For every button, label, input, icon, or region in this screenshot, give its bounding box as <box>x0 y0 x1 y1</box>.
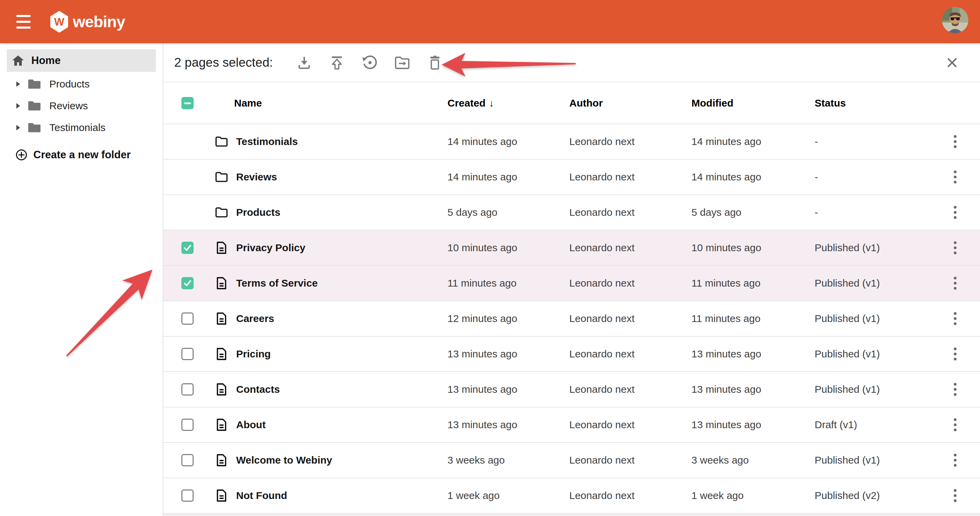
row-name-label: Terms of Service <box>236 277 318 289</box>
table-row[interactable]: About 13 minutes ago Leonardo next 13 mi… <box>163 408 980 443</box>
table-row[interactable]: Welcome to Webiny 3 weeks ago Leonardo n… <box>163 443 980 478</box>
row-actions-kebab-icon[interactable] <box>950 202 960 224</box>
row-status: Published (v1) <box>815 384 930 395</box>
row-created: 10 minutes ago <box>447 242 569 253</box>
table-row[interactable]: Products 5 days ago Leonardo next 5 days… <box>163 195 980 231</box>
row-checkbox[interactable] <box>181 454 194 466</box>
row-actions-kebab-icon[interactable] <box>950 272 960 295</box>
row-actions-kebab-icon[interactable] <box>950 485 960 507</box>
row-author: Leonardo next <box>569 419 692 430</box>
row-checkbox[interactable] <box>181 312 194 325</box>
sidebar-item-home[interactable]: Home <box>7 49 156 72</box>
delete-button[interactable] <box>424 52 446 73</box>
table-row[interactable]: Terms of Service 11 minutes ago Leonardo… <box>163 266 980 301</box>
row-actions-kebab-icon[interactable] <box>950 379 960 401</box>
folder-icon <box>215 171 229 183</box>
expand-caret-icon[interactable] <box>16 103 20 108</box>
sidebar-item-reviews[interactable]: Reviews <box>0 95 163 117</box>
row-name-label: Products <box>236 207 280 218</box>
row-actions-kebab-icon[interactable] <box>950 237 960 259</box>
sidebar-folder-tree: Products Reviews Testimonials <box>0 73 163 139</box>
sort-desc-icon: ↓ <box>489 97 494 108</box>
row-status: - <box>815 207 930 218</box>
hamburger-menu-icon[interactable] <box>16 15 30 29</box>
row-author: Leonardo next <box>569 313 692 324</box>
row-checkbox[interactable] <box>181 419 194 431</box>
row-created: 11 minutes ago <box>447 277 569 289</box>
row-status: Published (v1) <box>815 454 930 466</box>
folder-icon <box>27 122 41 134</box>
row-actions-kebab-icon[interactable] <box>950 343 960 365</box>
row-modified: 11 minutes ago <box>692 277 815 289</box>
row-actions-kebab-icon[interactable] <box>950 166 960 188</box>
column-header-name[interactable]: Name <box>215 97 447 109</box>
toolbar-actions <box>282 52 446 73</box>
download-icon <box>297 55 312 70</box>
row-created: 13 minutes ago <box>447 348 569 360</box>
row-status: Draft (v1) <box>815 419 930 430</box>
table-row[interactable]: Testimonials 14 minutes ago Leonardo nex… <box>163 124 980 160</box>
close-selection-button[interactable] <box>942 53 962 73</box>
column-header-modified[interactable]: Modified <box>692 97 815 109</box>
row-created: 3 weeks ago <box>447 454 569 466</box>
table-row[interactable]: Not Found 1 week ago Leonardo next 1 wee… <box>163 478 980 514</box>
row-modified: 3 weeks ago <box>692 454 815 466</box>
sidebar-item-products[interactable]: Products <box>0 73 163 95</box>
row-name-label: Privacy Policy <box>236 242 305 253</box>
folder-icon <box>215 207 229 218</box>
row-actions-kebab-icon[interactable] <box>950 131 960 153</box>
row-name-label: Careers <box>236 313 274 324</box>
row-checkbox[interactable] <box>181 489 194 502</box>
table-row[interactable]: Contacts 13 minutes ago Leonardo next 13… <box>163 372 980 408</box>
row-status: Published (v1) <box>815 348 930 360</box>
close-icon <box>946 56 958 69</box>
create-new-folder-button[interactable]: Create a new folder <box>16 149 163 161</box>
table-row[interactable]: Reviews 14 minutes ago Leonardo next 14 … <box>163 160 980 195</box>
row-created: 1 week ago <box>447 490 569 502</box>
table-row[interactable]: Privacy Policy 10 minutes ago Leonardo n… <box>163 231 980 266</box>
bottom-strip <box>163 513 980 516</box>
row-name-label: Not Found <box>236 490 287 502</box>
webiny-logo: W webiny <box>50 11 125 33</box>
folder-icon <box>215 136 229 147</box>
table-header-row: Name Created↓ Author Modified Status <box>163 82 980 124</box>
row-author: Leonardo next <box>569 277 692 289</box>
selected-count-label: 2 pages selected: <box>174 56 273 70</box>
row-author: Leonardo next <box>569 490 692 502</box>
expand-caret-icon[interactable] <box>16 125 20 131</box>
row-modified: 13 minutes ago <box>692 348 815 360</box>
expand-caret-icon[interactable] <box>16 81 20 87</box>
row-created: 13 minutes ago <box>447 384 569 395</box>
row-checkbox[interactable] <box>181 277 194 289</box>
restore-version-button[interactable] <box>359 52 380 73</box>
row-checkbox[interactable] <box>181 348 194 360</box>
user-avatar[interactable] <box>942 7 969 33</box>
table-row[interactable]: Pricing 13 minutes ago Leonardo next 13 … <box>163 337 980 372</box>
publish-button[interactable] <box>326 52 348 73</box>
row-actions-kebab-icon[interactable] <box>950 308 960 330</box>
row-actions-kebab-icon[interactable] <box>950 449 960 471</box>
row-author: Leonardo next <box>569 454 692 466</box>
select-all-checkbox[interactable] <box>181 97 194 109</box>
column-header-created[interactable]: Created↓ <box>447 97 569 109</box>
row-author: Leonardo next <box>569 207 692 218</box>
column-header-status[interactable]: Status <box>815 97 930 109</box>
row-checkbox[interactable] <box>181 242 194 254</box>
column-header-author[interactable]: Author <box>569 97 692 109</box>
row-created: 12 minutes ago <box>447 313 569 324</box>
row-actions-kebab-icon[interactable] <box>950 414 960 436</box>
download-button[interactable] <box>293 52 315 73</box>
topbar: W webiny <box>0 0 980 43</box>
row-modified: 13 minutes ago <box>692 384 815 395</box>
row-name-label: Testimonials <box>236 136 298 147</box>
document-icon <box>215 454 229 467</box>
sidebar-item-testimonials[interactable]: Testimonials <box>0 117 163 139</box>
create-new-folder-label: Create a new folder <box>33 149 130 161</box>
move-to-folder-button[interactable] <box>391 52 413 73</box>
plus-circle-icon <box>16 149 27 161</box>
sidebar: Home Products Reviews Testimonials <box>0 43 163 516</box>
row-status: Published (v1) <box>815 313 930 324</box>
row-checkbox[interactable] <box>181 383 194 395</box>
table-row[interactable]: Careers 12 minutes ago Leonardo next 11 … <box>163 301 980 337</box>
row-modified: 11 minutes ago <box>692 313 815 324</box>
